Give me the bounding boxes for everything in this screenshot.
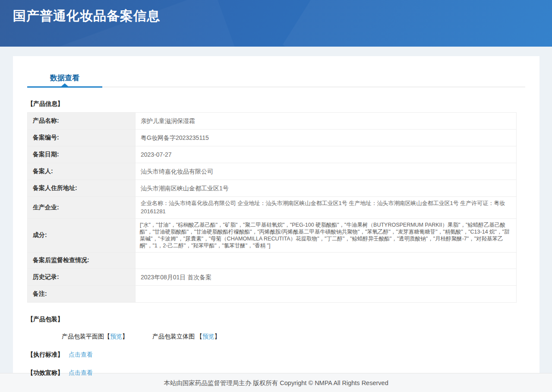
row-label: 备案人住所地址: bbox=[28, 180, 136, 197]
table-row: 备案人住所地址: 汕头市潮南区峡山金都工业区1号 bbox=[28, 180, 517, 197]
row-label: 备案编号: bbox=[28, 130, 136, 146]
row-value: 2023年08月01日 首次备案 bbox=[136, 269, 517, 285]
row-label: 备案日期: bbox=[28, 146, 136, 163]
row-value bbox=[136, 252, 517, 269]
preview-link-3d[interactable]: 预览 bbox=[202, 333, 214, 340]
tab-data-view[interactable]: 数据查看 bbox=[27, 73, 102, 83]
table-row: 备案日期: 2023-07-27 bbox=[28, 146, 517, 163]
row-value: 汕头市潮南区峡山金都工业区1号 bbox=[136, 180, 517, 197]
packaging-flat-item: 产品包装平面图【预览】 bbox=[62, 333, 128, 341]
row-label: 备注: bbox=[28, 285, 136, 302]
row-value bbox=[136, 285, 517, 302]
preview-link-flat[interactable]: 预览 bbox=[110, 333, 122, 340]
row-label: 成分: bbox=[28, 218, 136, 252]
packaging-line: 产品包装平面图【预览】 产品包装立体图 【预览】 bbox=[62, 333, 525, 341]
table-row: 备案人: 汕头市绮嘉化妆品有限公司 bbox=[28, 163, 517, 180]
standards-view-link[interactable]: 点击查看 bbox=[69, 351, 93, 358]
page-title: 国产普通化妆品备案信息 bbox=[0, 0, 552, 25]
row-label: 备案人: bbox=[28, 163, 136, 180]
packaging-solid-label: 产品包装立体图 bbox=[152, 333, 196, 340]
bracket-close: 】 bbox=[122, 333, 128, 340]
row-value: ["水"，"甘油"，"棕榈酸乙基己酯"，"矿脂"，"聚二甲基硅氧烷"，"PEG-… bbox=[136, 218, 517, 252]
row-label: 历史记录: bbox=[28, 269, 136, 285]
tab-bar: 数据查看 bbox=[27, 68, 525, 87]
row-label: 产品名称: bbox=[28, 113, 136, 130]
bracket-close: 】 bbox=[214, 333, 221, 340]
page-header: 国产普通化妆品备案信息 bbox=[0, 0, 552, 47]
bracket-open: 【 bbox=[104, 333, 110, 340]
row-value: 粤G妆网备字2023235115 bbox=[136, 130, 517, 146]
table-row: 产品名称: 亲护儿童滋润保湿霜 bbox=[28, 113, 517, 130]
bracket-open: 【 bbox=[196, 333, 202, 340]
row-label: 备案后监督检查情况: bbox=[28, 252, 136, 269]
row-value: 企业名称：汕头市绮嘉化妆品有限公司 企业地址：汕头市潮南区峡山金都工业区1号 生… bbox=[136, 197, 517, 219]
packaging-solid-item: 产品包装立体图 【预览】 bbox=[152, 333, 221, 341]
tab-active-indicator bbox=[27, 86, 102, 88]
footer-copyright: 本站由国家药品监督管理局主办 版权所有 Copyright © NMPA All… bbox=[164, 379, 388, 386]
table-row: 备案后监督检查情况: bbox=[28, 252, 517, 269]
table-row: 备案编号: 粤G妆网备字2023235115 bbox=[28, 130, 517, 146]
row-value: 2023-07-27 bbox=[136, 146, 517, 163]
row-label: 生产企业: bbox=[28, 197, 136, 219]
content-area: 数据查看 【产品信息】 产品名称: 亲护儿童滋润保湿霜 备案编号: 粤G妆网备字… bbox=[0, 47, 552, 373]
efficacy-label: 【功效宣称】 bbox=[27, 369, 63, 376]
section-title-packaging: 【产品包装】 bbox=[27, 316, 525, 323]
standards-label: 【执行标准】 bbox=[27, 351, 63, 358]
packaging-flat-label: 产品包装平面图 bbox=[62, 333, 104, 340]
product-info-table: 产品名称: 亲护儿童滋润保湿霜 备案编号: 粤G妆网备字2023235115 备… bbox=[27, 112, 517, 303]
section-title-product-info: 【产品信息】 bbox=[27, 100, 525, 108]
content-card: 数据查看 【产品信息】 产品名称: 亲护儿童滋润保湿霜 备案编号: 粤G妆网备字… bbox=[13, 56, 539, 373]
table-row: 成分: ["水"，"甘油"，"棕榈酸乙基己酯"，"矿脂"，"聚二甲基硅氧烷"，"… bbox=[28, 218, 517, 252]
table-row: 生产企业: 企业名称：汕头市绮嘉化妆品有限公司 企业地址：汕头市潮南区峡山金都工… bbox=[28, 197, 517, 219]
table-row: 备注: bbox=[28, 285, 517, 302]
row-value: 汕头市绮嘉化妆品有限公司 bbox=[136, 163, 517, 180]
table-row: 历史记录: 2023年08月01日 首次备案 bbox=[28, 269, 517, 285]
efficacy-view-link[interactable]: 点击查看 bbox=[69, 369, 93, 376]
row-value: 亲护儿童滋润保湿霜 bbox=[136, 113, 517, 130]
standards-line: 【执行标准】 点击查看 bbox=[27, 351, 525, 359]
